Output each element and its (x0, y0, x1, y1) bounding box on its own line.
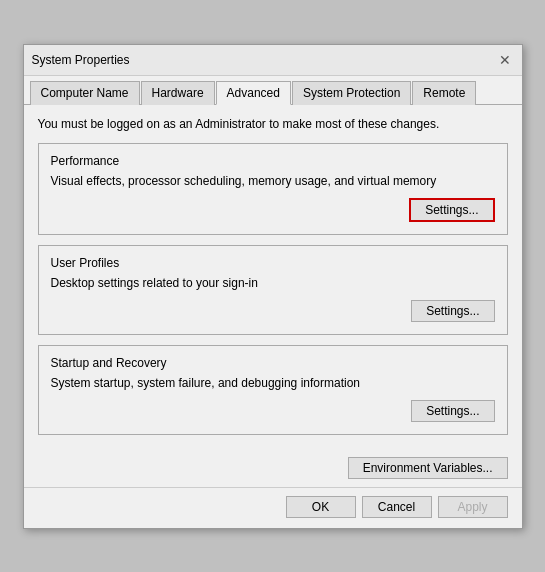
startup-recovery-section: Startup and Recovery System startup, sys… (38, 345, 508, 435)
performance-settings-button[interactable]: Settings... (409, 198, 494, 222)
info-text: You must be logged on as an Administrato… (38, 117, 508, 131)
window-title: System Properties (32, 53, 130, 67)
tab-bar: Computer Name Hardware Advanced System P… (24, 76, 522, 105)
startup-recovery-desc: System startup, system failure, and debu… (51, 376, 495, 390)
user-profiles-section: User Profiles Desktop settings related t… (38, 245, 508, 335)
cancel-button[interactable]: Cancel (362, 496, 432, 518)
title-bar: System Properties ✕ (24, 45, 522, 76)
user-profiles-title: User Profiles (51, 256, 495, 270)
user-profiles-footer: Settings... (51, 300, 495, 322)
startup-recovery-settings-button[interactable]: Settings... (411, 400, 494, 422)
performance-title: Performance (51, 154, 495, 168)
user-profiles-desc: Desktop settings related to your sign-in (51, 276, 495, 290)
performance-footer: Settings... (51, 198, 495, 222)
env-variables-row: Environment Variables... (24, 457, 522, 479)
apply-button[interactable]: Apply (438, 496, 508, 518)
close-button[interactable]: ✕ (496, 51, 514, 69)
performance-desc: Visual effects, processor scheduling, me… (51, 174, 495, 188)
tab-computer-name[interactable]: Computer Name (30, 81, 140, 105)
tab-remote[interactable]: Remote (412, 81, 476, 105)
user-profiles-settings-button[interactable]: Settings... (411, 300, 494, 322)
performance-section: Performance Visual effects, processor sc… (38, 143, 508, 235)
startup-recovery-footer: Settings... (51, 400, 495, 422)
startup-recovery-title: Startup and Recovery (51, 356, 495, 370)
tab-content: You must be logged on as an Administrato… (24, 105, 522, 457)
tab-system-protection[interactable]: System Protection (292, 81, 411, 105)
tab-hardware[interactable]: Hardware (141, 81, 215, 105)
ok-button[interactable]: OK (286, 496, 356, 518)
environment-variables-button[interactable]: Environment Variables... (348, 457, 508, 479)
tab-advanced[interactable]: Advanced (216, 81, 291, 105)
bottom-bar: OK Cancel Apply (24, 487, 522, 528)
system-properties-window: System Properties ✕ Computer Name Hardwa… (23, 44, 523, 529)
